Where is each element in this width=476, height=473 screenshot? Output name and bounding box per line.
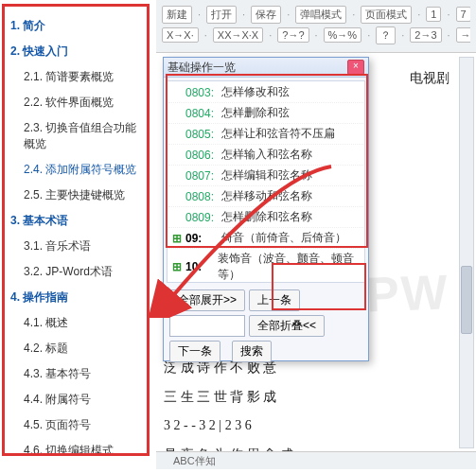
row-text: 怎样删除和弦 bbox=[221, 105, 290, 121]
toc-link[interactable]: 2.1. 简谱要素概览 bbox=[22, 65, 143, 89]
collapse-all-button[interactable]: 全部折叠<< bbox=[249, 315, 325, 337]
search-input[interactable] bbox=[169, 315, 245, 337]
toc-link[interactable]: 3.2. JP-Word术语 bbox=[22, 260, 143, 284]
status-bar: ABC伴知 bbox=[156, 451, 476, 469]
toc-link[interactable]: 4.5. 页面符号 bbox=[22, 413, 143, 437]
toc-item[interactable]: 3.2. JP-Word术语 bbox=[9, 260, 143, 284]
toc-item[interactable]: 2.4. 添加附属符号概览 bbox=[9, 158, 143, 182]
toc-item[interactable]: 2.1. 简谱要素概览 bbox=[9, 65, 143, 89]
row-number: 09: bbox=[185, 232, 218, 245]
popup-list-row[interactable]: 0805:怎样让和弦音符不压扁 bbox=[168, 124, 363, 145]
popup-list-row[interactable]: 0807:怎样编辑和弦名称 bbox=[168, 166, 363, 186]
popup-titlebar[interactable]: 基础操作一览 × bbox=[164, 58, 368, 78]
row-text: 怎样修改和弦 bbox=[221, 84, 290, 100]
popup-list-row[interactable]: 0809:怎样删除和弦名称 bbox=[168, 207, 363, 228]
row-number: 0807: bbox=[185, 169, 218, 183]
toc-link[interactable]: 4.6. 切换编辑模式 bbox=[22, 439, 143, 456]
toolbar-chip[interactable]: 2→3 bbox=[410, 27, 441, 43]
popup-list-row[interactable]: 0804:怎样删除和弦 bbox=[168, 103, 363, 124]
toolbar-row-2: X→X··XX→X·X·?→?·%→%·？·2→3·→·1 bbox=[162, 25, 470, 45]
status-mid: ABC伴知 bbox=[173, 454, 216, 468]
row-text: 怎样输入和弦名称 bbox=[221, 147, 312, 163]
toc-item[interactable]: 3.1. 音乐术语 bbox=[9, 235, 143, 258]
score-line: 3 2 - - 3 2 | 2 3 6 bbox=[164, 413, 468, 439]
popup-list-row[interactable]: 0808:怎样移动和弦名称 bbox=[168, 186, 363, 207]
toc-link[interactable]: 2.4. 添加附属符号概览 bbox=[22, 158, 143, 182]
prev-button[interactable]: 上一条 bbox=[249, 289, 300, 311]
toc-link[interactable]: 2.2. 软件界面概览 bbox=[22, 91, 143, 114]
toolbar-chip[interactable]: XX→X·X bbox=[213, 27, 263, 43]
row-text: 怎样让和弦音符不压扁 bbox=[221, 126, 335, 142]
expand-all-button[interactable]: 全部展开>> bbox=[169, 289, 245, 311]
toolbar-chip[interactable]: → bbox=[456, 27, 470, 43]
toc-link[interactable]: 4.4. 附属符号 bbox=[22, 388, 143, 412]
row-number: 0805: bbox=[185, 128, 218, 141]
row-text: 倚音（前倚音、后倚音） bbox=[221, 230, 346, 246]
popup-list-row[interactable]: 0803:怎样修改和弦 bbox=[168, 82, 363, 103]
toolbar-chip[interactable]: 新建 bbox=[162, 6, 192, 24]
toc-link[interactable]: 2.3. 切换音值组合功能概览 bbox=[22, 116, 143, 156]
toc-link[interactable]: 3. 基本术语 bbox=[9, 209, 143, 233]
close-icon[interactable]: × bbox=[347, 60, 364, 75]
popup-list-row[interactable]: 0806:怎样输入和弦名称 bbox=[168, 145, 363, 166]
scrollbar-thumb[interactable] bbox=[461, 266, 472, 334]
toc-link[interactable]: 2.5. 主要快捷键概览 bbox=[22, 184, 143, 207]
row-text: 怎样删除和弦名称 bbox=[221, 209, 312, 225]
toolbar-chip[interactable]: %→% bbox=[324, 27, 362, 43]
toc-item[interactable]: 2. 快速入门 bbox=[9, 40, 143, 63]
toc-link[interactable]: 4. 操作指南 bbox=[9, 286, 143, 309]
toolbar-chip[interactable]: 页面模式 bbox=[361, 6, 412, 24]
toc-link[interactable]: 4.3. 基本符号 bbox=[22, 362, 143, 386]
row-number: 0803: bbox=[185, 86, 218, 99]
search-button[interactable]: 搜索 bbox=[232, 341, 272, 362]
toc-item[interactable]: 2.3. 切换音值组合功能概览 bbox=[9, 116, 143, 156]
row-number: 10: bbox=[185, 260, 214, 273]
expand-icon[interactable]: ⊞ bbox=[172, 260, 182, 273]
toolbar-chip[interactable]: ?→? bbox=[277, 27, 309, 43]
toolbar-chip[interactable]: 7 bbox=[456, 7, 471, 22]
toc-item[interactable]: 4.4. 附属符号 bbox=[9, 388, 143, 412]
toolbar-chip[interactable]: ？ bbox=[376, 26, 396, 44]
toc-item[interactable]: 4.6. 切换编辑模式 bbox=[9, 439, 143, 456]
toolbar-chip[interactable]: X→X· bbox=[162, 27, 199, 43]
row-text: 怎样移动和弦名称 bbox=[221, 188, 312, 204]
toc-list: 1. 简介2. 快速入门2.1. 简谱要素概览2.2. 软件界面概览2.3. 切… bbox=[9, 14, 143, 456]
toc-item[interactable]: 2.5. 主要快捷键概览 bbox=[9, 184, 143, 207]
toc-item[interactable]: 4.2. 标题 bbox=[9, 337, 143, 360]
toc-item[interactable]: 4.3. 基本符号 bbox=[9, 362, 143, 386]
toc-link[interactable]: 4.2. 标题 bbox=[22, 337, 143, 360]
popup-buttons: 全部展开>> 上一条 全部折叠<< 下一条 搜索 bbox=[164, 286, 368, 366]
row-text: 怎样编辑和弦名称 bbox=[221, 167, 312, 184]
vertical-scrollbar[interactable] bbox=[459, 57, 474, 448]
popup-list[interactable]: 0803:怎样修改和弦0804:怎样删除和弦0805:怎样让和弦音符不压扁080… bbox=[167, 80, 365, 283]
row-number: 0809: bbox=[185, 211, 218, 224]
row-text: 装饰音（波音、颤音、顿音等） bbox=[218, 251, 360, 283]
next-button[interactable]: 下一条 bbox=[169, 341, 220, 362]
toc-item[interactable]: 1. 简介 bbox=[9, 14, 143, 38]
expand-icon[interactable]: ⊞ bbox=[172, 232, 182, 245]
toolbar-chip[interactable]: 保存 bbox=[251, 6, 281, 24]
score-line: 三 生 三 世 背 影 成 bbox=[164, 385, 468, 411]
row-number: 0804: bbox=[185, 107, 218, 120]
popup-list-row[interactable]: ⊞10:装饰音（波音、颤音、顿音等） bbox=[168, 249, 363, 283]
popup-list-row[interactable]: ⊞09:倚音（前倚音、后倚音） bbox=[168, 228, 363, 249]
toolbar-chip[interactable]: 弹唱模式 bbox=[295, 6, 346, 24]
toc-link[interactable]: 1. 简介 bbox=[9, 14, 143, 38]
watermark: PW bbox=[365, 263, 450, 323]
toolbar-chip[interactable]: 打开 bbox=[206, 6, 237, 24]
basic-ops-popup: 基础操作一览 × 0803:怎样修改和弦0804:怎样删除和弦0805:怎样让和… bbox=[163, 57, 369, 361]
toc-item[interactable]: 3. 基本术语 bbox=[9, 209, 143, 233]
toc-item[interactable]: 4. 操作指南 bbox=[9, 286, 143, 309]
row-number: 0808: bbox=[185, 190, 218, 203]
toc-item[interactable]: 4.1. 概述 bbox=[9, 311, 143, 335]
toc-link[interactable]: 2. 快速入门 bbox=[9, 40, 143, 63]
toolbar-row-1: 新建·打开·保存·弹唱模式·页面模式·1·7·1·7·7·0·—·1·7 bbox=[162, 4, 470, 25]
toc-link[interactable]: 3.1. 音乐术语 bbox=[22, 235, 143, 258]
main-toolbar: 新建·打开·保存·弹唱模式·页面模式·1·7·1·7·7·0·—·1·7 X→X… bbox=[156, 0, 476, 53]
popup-title: 基础操作一览 bbox=[167, 60, 347, 76]
toc-item[interactable]: 4.5. 页面符号 bbox=[9, 413, 143, 437]
toc-item[interactable]: 2.2. 软件界面概览 bbox=[9, 91, 143, 114]
toolbar-chip[interactable]: 1 bbox=[426, 7, 441, 22]
toc-link[interactable]: 4.1. 概述 bbox=[22, 311, 143, 335]
row-number: 0806: bbox=[185, 149, 218, 162]
